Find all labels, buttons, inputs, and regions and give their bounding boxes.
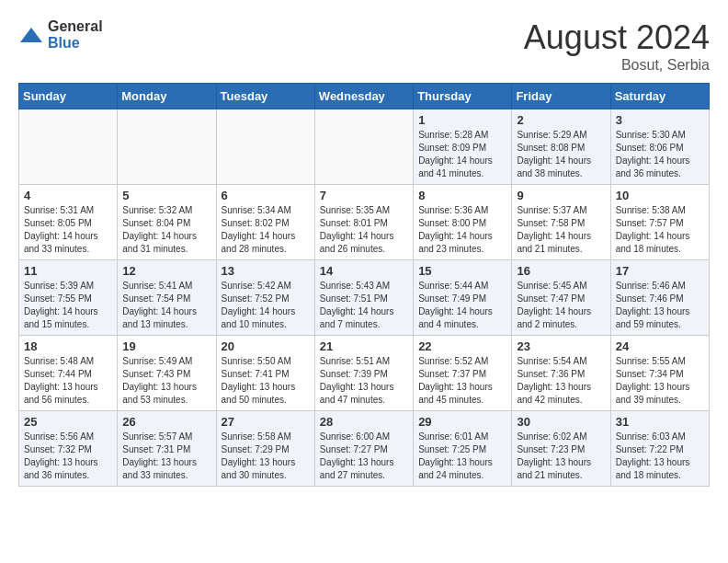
day-number: 25: [24, 415, 112, 429]
calendar-cell: 25Sunrise: 5:56 AM Sunset: 7:32 PM Dayli…: [19, 411, 118, 487]
logo-general-text: General: [48, 18, 103, 34]
day-number: 10: [616, 189, 704, 202]
weekday-header-saturday: Saturday: [610, 84, 709, 109]
day-info: Sunrise: 5:56 AM Sunset: 7:32 PM Dayligh…: [24, 431, 112, 482]
calendar-cell: [118, 109, 216, 185]
day-number: 27: [222, 415, 310, 429]
calendar-cell: 17Sunrise: 5:46 AM Sunset: 7:46 PM Dayli…: [610, 260, 709, 336]
calendar-cell: [19, 109, 118, 185]
day-number: 26: [122, 415, 210, 429]
day-number: 17: [616, 264, 704, 278]
calendar-cell: 14Sunrise: 5:43 AM Sunset: 7:51 PM Dayli…: [314, 260, 413, 336]
day-number: 4: [24, 189, 112, 202]
day-info: Sunrise: 5:42 AM Sunset: 7:52 PM Dayligh…: [222, 280, 310, 331]
calendar-table: SundayMondayTuesdayWednesdayThursdayFrid…: [18, 83, 710, 487]
calendar-cell: 28Sunrise: 6:00 AM Sunset: 7:27 PM Dayli…: [314, 411, 413, 487]
title-block: August 2024 Bosut, Serbia: [524, 18, 710, 74]
calendar-cell: 16Sunrise: 5:45 AM Sunset: 7:47 PM Dayli…: [512, 260, 610, 336]
day-info: Sunrise: 5:41 AM Sunset: 7:54 PM Dayligh…: [122, 280, 210, 331]
day-number: 30: [517, 415, 605, 429]
day-info: Sunrise: 5:36 AM Sunset: 8:00 PM Dayligh…: [418, 204, 506, 256]
calendar-body: 1Sunrise: 5:28 AM Sunset: 8:09 PM Daylig…: [19, 109, 710, 487]
day-number: 23: [517, 339, 605, 353]
day-info: Sunrise: 5:57 AM Sunset: 7:31 PM Dayligh…: [122, 431, 210, 482]
day-info: Sunrise: 6:02 AM Sunset: 7:23 PM Dayligh…: [517, 431, 605, 482]
calendar-week-row: 11Sunrise: 5:39 AM Sunset: 7:55 PM Dayli…: [19, 260, 710, 336]
calendar-cell: 26Sunrise: 5:57 AM Sunset: 7:31 PM Dayli…: [118, 411, 216, 487]
weekday-header-thursday: Thursday: [414, 84, 512, 109]
day-number: 14: [320, 264, 408, 278]
calendar-cell: 6Sunrise: 5:34 AM Sunset: 8:02 PM Daylig…: [216, 185, 314, 260]
day-number: 2: [517, 113, 605, 127]
day-number: 13: [222, 264, 310, 278]
logo: General Blue: [18, 18, 103, 52]
day-info: Sunrise: 6:03 AM Sunset: 7:22 PM Dayligh…: [616, 431, 704, 482]
day-info: Sunrise: 5:50 AM Sunset: 7:41 PM Dayligh…: [222, 355, 310, 407]
page-header: General Blue August 2024 Bosut, Serbia: [18, 18, 710, 74]
day-info: Sunrise: 5:29 AM Sunset: 8:08 PM Dayligh…: [517, 129, 605, 180]
day-info: Sunrise: 5:34 AM Sunset: 8:02 PM Dayligh…: [222, 204, 310, 256]
day-info: Sunrise: 5:54 AM Sunset: 7:36 PM Dayligh…: [517, 355, 605, 407]
calendar-cell: 23Sunrise: 5:54 AM Sunset: 7:36 PM Dayli…: [512, 336, 610, 411]
calendar-cell: 19Sunrise: 5:49 AM Sunset: 7:43 PM Dayli…: [118, 336, 216, 411]
weekday-header-tuesday: Tuesday: [216, 84, 314, 109]
month-year-title: August 2024: [524, 18, 710, 57]
day-info: Sunrise: 5:45 AM Sunset: 7:47 PM Dayligh…: [517, 280, 605, 331]
day-info: Sunrise: 5:49 AM Sunset: 7:43 PM Dayligh…: [122, 355, 210, 407]
weekday-header-wednesday: Wednesday: [314, 84, 413, 109]
day-number: 8: [418, 189, 506, 202]
day-info: Sunrise: 5:28 AM Sunset: 8:09 PM Dayligh…: [418, 129, 506, 180]
day-number: 28: [320, 415, 408, 429]
calendar-cell: 20Sunrise: 5:50 AM Sunset: 7:41 PM Dayli…: [216, 336, 314, 411]
day-info: Sunrise: 5:52 AM Sunset: 7:37 PM Dayligh…: [418, 355, 506, 407]
day-info: Sunrise: 5:48 AM Sunset: 7:44 PM Dayligh…: [24, 355, 112, 407]
weekday-header-row: SundayMondayTuesdayWednesdayThursdayFrid…: [19, 84, 710, 109]
calendar-week-row: 4Sunrise: 5:31 AM Sunset: 8:05 PM Daylig…: [19, 185, 710, 260]
calendar-cell: 31Sunrise: 6:03 AM Sunset: 7:22 PM Dayli…: [610, 411, 709, 487]
calendar-cell: 7Sunrise: 5:35 AM Sunset: 8:01 PM Daylig…: [314, 185, 413, 260]
logo-icon: [18, 26, 44, 44]
day-number: 24: [616, 339, 704, 353]
day-number: 29: [418, 415, 506, 429]
day-number: 3: [616, 113, 704, 127]
calendar-cell: 1Sunrise: 5:28 AM Sunset: 8:09 PM Daylig…: [414, 109, 512, 185]
calendar-week-row: 1Sunrise: 5:28 AM Sunset: 8:09 PM Daylig…: [19, 109, 710, 185]
calendar-cell: 4Sunrise: 5:31 AM Sunset: 8:05 PM Daylig…: [19, 185, 118, 260]
day-number: 31: [616, 415, 704, 429]
day-info: Sunrise: 5:51 AM Sunset: 7:39 PM Dayligh…: [320, 355, 408, 407]
day-info: Sunrise: 5:35 AM Sunset: 8:01 PM Dayligh…: [320, 204, 408, 256]
day-number: 6: [222, 189, 310, 202]
day-number: 15: [418, 264, 506, 278]
calendar-cell: 18Sunrise: 5:48 AM Sunset: 7:44 PM Dayli…: [19, 336, 118, 411]
location-subtitle: Bosut, Serbia: [524, 57, 710, 74]
day-number: 12: [122, 264, 210, 278]
day-number: 19: [122, 339, 210, 353]
calendar-cell: 29Sunrise: 6:01 AM Sunset: 7:25 PM Dayli…: [414, 411, 512, 487]
calendar-cell: 3Sunrise: 5:30 AM Sunset: 8:06 PM Daylig…: [610, 109, 709, 185]
svg-marker-0: [20, 28, 42, 42]
calendar-cell: 30Sunrise: 6:02 AM Sunset: 7:23 PM Dayli…: [512, 411, 610, 487]
day-number: 22: [418, 339, 506, 353]
calendar-week-row: 18Sunrise: 5:48 AM Sunset: 7:44 PM Dayli…: [19, 336, 710, 411]
day-number: 9: [517, 189, 605, 202]
calendar-cell: 5Sunrise: 5:32 AM Sunset: 8:04 PM Daylig…: [118, 185, 216, 260]
day-info: Sunrise: 5:38 AM Sunset: 7:57 PM Dayligh…: [616, 204, 704, 256]
day-info: Sunrise: 6:00 AM Sunset: 7:27 PM Dayligh…: [320, 431, 408, 482]
day-info: Sunrise: 5:37 AM Sunset: 7:58 PM Dayligh…: [517, 204, 605, 256]
calendar-cell: 15Sunrise: 5:44 AM Sunset: 7:49 PM Dayli…: [414, 260, 512, 336]
calendar-week-row: 25Sunrise: 5:56 AM Sunset: 7:32 PM Dayli…: [19, 411, 710, 487]
weekday-header-monday: Monday: [118, 84, 216, 109]
day-info: Sunrise: 5:55 AM Sunset: 7:34 PM Dayligh…: [616, 355, 704, 407]
day-info: Sunrise: 5:31 AM Sunset: 8:05 PM Dayligh…: [24, 204, 112, 256]
calendar-cell: [314, 109, 413, 185]
day-info: Sunrise: 5:43 AM Sunset: 7:51 PM Dayligh…: [320, 280, 408, 331]
day-number: 21: [320, 339, 408, 353]
calendar-cell: 22Sunrise: 5:52 AM Sunset: 7:37 PM Dayli…: [414, 336, 512, 411]
calendar-cell: 24Sunrise: 5:55 AM Sunset: 7:34 PM Dayli…: [610, 336, 709, 411]
day-number: 18: [24, 339, 112, 353]
calendar-cell: 21Sunrise: 5:51 AM Sunset: 7:39 PM Dayli…: [314, 336, 413, 411]
day-info: Sunrise: 5:58 AM Sunset: 7:29 PM Dayligh…: [222, 431, 310, 482]
calendar-cell: 27Sunrise: 5:58 AM Sunset: 7:29 PM Dayli…: [216, 411, 314, 487]
day-number: 7: [320, 189, 408, 202]
day-info: Sunrise: 5:44 AM Sunset: 7:49 PM Dayligh…: [418, 280, 506, 331]
